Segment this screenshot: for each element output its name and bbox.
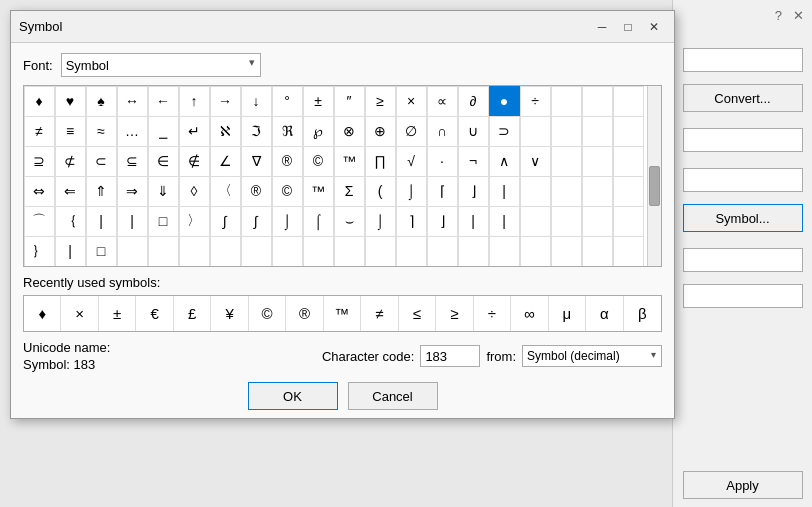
symbol-cell[interactable]: ⊕: [365, 116, 396, 147]
symbol-cell[interactable]: ↵: [179, 116, 210, 147]
symbol-cell[interactable]: |: [489, 206, 520, 237]
symbol-cell[interactable]: [582, 116, 613, 147]
symbol-cell[interactable]: [613, 86, 644, 117]
symbol-cell[interactable]: |: [86, 206, 117, 237]
symbol-cell[interactable]: °: [272, 86, 303, 117]
symbol-cell[interactable]: ∝: [427, 86, 458, 117]
symbol-cell[interactable]: [241, 236, 272, 267]
symbol-cell[interactable]: ∪: [458, 116, 489, 147]
symbol-cell[interactable]: [613, 206, 644, 237]
symbol-cell[interactable]: [489, 236, 520, 267]
symbol-cell[interactable]: ∫: [241, 206, 272, 237]
symbol-cell[interactable]: [551, 176, 582, 207]
symbol-cell[interactable]: [179, 236, 210, 267]
symbol-cell[interactable]: ∉: [179, 146, 210, 177]
symbol-cell[interactable]: ®: [272, 146, 303, 177]
symbol-cell[interactable]: [520, 116, 551, 147]
symbol-cell[interactable]: [210, 236, 241, 267]
symbol-cell[interactable]: ｝: [24, 236, 55, 267]
symbol-cell[interactable]: …: [117, 116, 148, 147]
symbol-cell[interactable]: ⊄: [55, 146, 86, 177]
symbol-cell[interactable]: ×: [396, 86, 427, 117]
recently-used-cell[interactable]: μ: [549, 296, 586, 331]
symbol-cell[interactable]: [272, 236, 303, 267]
symbol-cell[interactable]: [520, 236, 551, 267]
bg-dropdown-4[interactable]: [683, 248, 803, 272]
symbol-cell[interactable]: ∩: [427, 116, 458, 147]
symbol-cell[interactable]: ｛: [55, 206, 86, 237]
recently-used-cell[interactable]: ©: [249, 296, 286, 331]
symbol-cell[interactable]: [613, 176, 644, 207]
symbol-cell[interactable]: ♠: [86, 86, 117, 117]
convert-button[interactable]: Convert...: [683, 84, 803, 112]
symbol-cell[interactable]: [582, 146, 613, 177]
symbol-cell[interactable]: ±: [303, 86, 334, 117]
recently-used-cell[interactable]: α: [586, 296, 623, 331]
ok-button[interactable]: OK: [248, 382, 338, 410]
symbol-cell[interactable]: ℵ: [210, 116, 241, 147]
symbol-cell[interactable]: ●: [489, 86, 520, 117]
symbol-cell[interactable]: [334, 236, 365, 267]
symbol-cell[interactable]: →: [210, 86, 241, 117]
font-select[interactable]: Symbol Arial Times New Roman Wingdings: [61, 53, 261, 77]
symbol-cell[interactable]: ″: [334, 86, 365, 117]
recently-used-cell[interactable]: ¥: [211, 296, 248, 331]
symbol-cell[interactable]: ∈: [148, 146, 179, 177]
bg-dropdown-3[interactable]: [683, 168, 803, 192]
symbol-cell[interactable]: ∧: [489, 146, 520, 177]
symbol-cell[interactable]: [551, 206, 582, 237]
symbol-cell[interactable]: ↓: [241, 86, 272, 117]
symbol-cell[interactable]: ♦: [24, 86, 55, 117]
recently-used-cell[interactable]: ≠: [361, 296, 398, 331]
symbol-cell[interactable]: □: [86, 236, 117, 267]
symbol-cell[interactable]: 〈: [210, 176, 241, 207]
symbol-cell[interactable]: ⌡: [272, 206, 303, 237]
symbol-cell[interactable]: ⊗: [334, 116, 365, 147]
symbol-cell[interactable]: ◊: [179, 176, 210, 207]
symbol-cell[interactable]: ⌠: [303, 206, 334, 237]
symbol-cell[interactable]: [458, 236, 489, 267]
symbol-cell[interactable]: |: [117, 206, 148, 237]
symbol-cell[interactable]: ⇑: [86, 176, 117, 207]
symbol-cell[interactable]: ⇔: [24, 176, 55, 207]
symbol-cell[interactable]: ≈: [86, 116, 117, 147]
symbol-cell[interactable]: [396, 236, 427, 267]
symbol-cell[interactable]: [613, 146, 644, 177]
recently-used-cell[interactable]: ×: [61, 296, 98, 331]
symbol-cell[interactable]: ⌋: [458, 176, 489, 207]
bg-dropdown-2[interactable]: [683, 128, 803, 152]
symbol-cell[interactable]: [303, 236, 334, 267]
symbol-cell[interactable]: ⌈: [427, 176, 458, 207]
from-select[interactable]: Symbol (decimal) Unicode (hex) ASCII (de…: [522, 345, 662, 367]
recently-used-cell[interactable]: ÷: [474, 296, 511, 331]
recently-used-cell[interactable]: ®: [286, 296, 323, 331]
symbol-cell[interactable]: [117, 236, 148, 267]
recently-used-cell[interactable]: ≤: [399, 296, 436, 331]
recently-used-cell[interactable]: ≥: [436, 296, 473, 331]
symbol-cell[interactable]: [582, 236, 613, 267]
symbol-cell[interactable]: ⇓: [148, 176, 179, 207]
symbol-cell[interactable]: ℘: [303, 116, 334, 147]
recently-used-cell[interactable]: ♦: [24, 296, 61, 331]
recently-used-cell[interactable]: £: [174, 296, 211, 331]
symbol-cell[interactable]: [551, 86, 582, 117]
minimize-button[interactable]: ─: [590, 16, 614, 38]
symbol-cell[interactable]: 〉: [179, 206, 210, 237]
symbol-cell[interactable]: ∠: [210, 146, 241, 177]
symbol-cell[interactable]: ÷: [520, 86, 551, 117]
symbol-cell[interactable]: ♥: [55, 86, 86, 117]
symbol-cell[interactable]: ≥: [365, 86, 396, 117]
symbol-cell[interactable]: ≠: [24, 116, 55, 147]
close-button[interactable]: ✕: [642, 16, 666, 38]
bg-dropdown-5[interactable]: [683, 284, 803, 308]
symbol-cell[interactable]: ∨: [520, 146, 551, 177]
recently-used-cell[interactable]: ∞: [511, 296, 548, 331]
symbol-cell[interactable]: [613, 236, 644, 267]
symbol-cell[interactable]: ∂: [458, 86, 489, 117]
symbol-cell[interactable]: ⌒: [24, 206, 55, 237]
symbol-cell[interactable]: ⌣: [334, 206, 365, 237]
symbol-cell[interactable]: ℜ: [272, 116, 303, 147]
symbol-cell[interactable]: ®: [241, 176, 272, 207]
symbol-cell[interactable]: □: [148, 206, 179, 237]
symbol-cell[interactable]: ⊆: [117, 146, 148, 177]
